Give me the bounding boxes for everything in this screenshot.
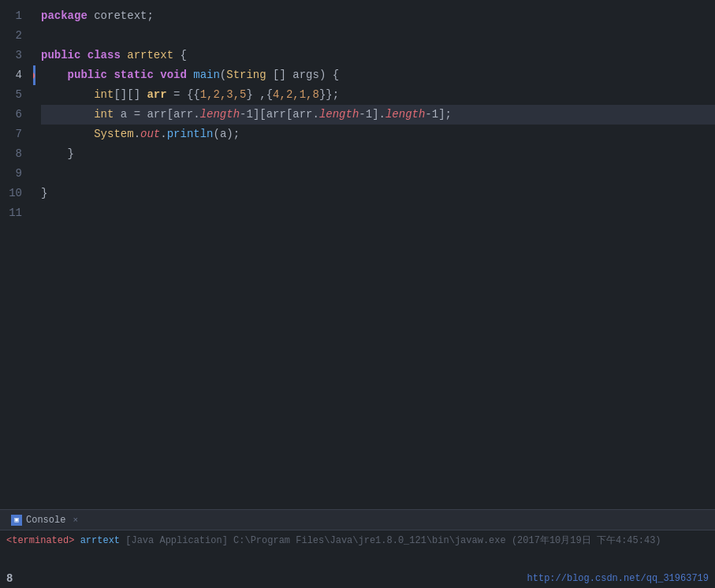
token: 4,2,1,8 — [273, 86, 319, 103]
code-line-9 — [41, 164, 715, 184]
token: arr — [147, 86, 166, 103]
editor-area: 1 2 3 4 5 6 7 8 9 10 11 package coretext… — [0, 0, 715, 509]
console-tab-icon: ▣ — [11, 515, 22, 526]
token: class — [88, 47, 127, 64]
terminated-appname: arrtext — [80, 535, 126, 546]
code-line-7: System.out.println(a); — [41, 125, 715, 144]
token: length — [200, 106, 240, 123]
token: = {{ — [167, 86, 200, 103]
token: println — [167, 125, 214, 143]
token: a = — [121, 106, 147, 123]
console-output: 8 http://blog.csdn.net/qq_31963719 — [6, 572, 709, 585]
token: 1,2,3,5 — [200, 86, 247, 103]
token — [41, 86, 94, 103]
line-num-11: 11 — [0, 203, 27, 223]
token: } — [41, 184, 47, 202]
console-area: ▣ Console × <terminated> arrtext [Java A… — [0, 509, 715, 588]
token: [][] — [114, 86, 147, 103]
token: -1]; — [425, 106, 452, 123]
token: length — [385, 106, 425, 123]
token: public — [68, 66, 114, 84]
token: . — [160, 125, 166, 143]
token: System — [94, 125, 133, 143]
token: String — [226, 66, 273, 84]
terminated-tag: <terminated> — [6, 535, 74, 546]
line-num-1: 1 — [0, 6, 27, 26]
token: int — [94, 86, 114, 103]
line-num-5: 5 — [0, 85, 27, 105]
console-close-button[interactable]: × — [73, 515, 78, 525]
console-tabs: ▣ Console × — [0, 510, 715, 530]
token: } — [41, 145, 74, 162]
line-num-3: 3 — [0, 46, 27, 65]
code-line-8: } — [41, 144, 715, 164]
token: { — [180, 47, 186, 64]
token: arrtext — [127, 47, 180, 64]
console-url: http://blog.csdn.net/qq_31963719 — [20, 573, 709, 584]
code-line-10: } — [41, 184, 715, 203]
token — [41, 66, 68, 84]
code-line-5: int[][] arr = {{1,2,3,5} ,{4,2,1,8}}; — [41, 85, 715, 105]
token — [41, 125, 94, 143]
token: public — [41, 47, 88, 64]
token: (a); — [213, 125, 240, 143]
token: arr[arr. — [147, 106, 199, 123]
token: package — [41, 7, 94, 24]
line-num-9: 9 — [0, 164, 27, 184]
code-line-1: package coretext; — [41, 6, 715, 26]
token: . — [134, 125, 140, 143]
line-num-8: 8 — [0, 144, 27, 164]
token: main — [193, 66, 220, 84]
code-area[interactable]: package coretext; public class arrtext {… — [33, 0, 715, 509]
code-line-2 — [41, 26, 715, 46]
code-line-3: public class arrtext { — [41, 46, 715, 65]
token: -1][arr[arr. — [240, 106, 319, 123]
console-tab[interactable]: ▣ Console × — [5, 513, 84, 527]
token: int — [94, 106, 121, 123]
token: void — [160, 66, 193, 84]
token: ( — [220, 66, 226, 84]
line-numbers: 1 2 3 4 5 6 7 8 9 10 11 — [0, 0, 33, 509]
token: } ,{ — [247, 86, 274, 103]
token: [] args) { — [273, 66, 339, 84]
line-num-4: 4 — [0, 65, 27, 85]
token: }}; — [319, 86, 339, 103]
token — [41, 106, 94, 123]
code-line-6: int a = arr[arr.length-1][arr[arr.length… — [41, 105, 715, 125]
line-num-6: 6 — [0, 105, 27, 125]
line-num-2: 2 — [0, 26, 27, 46]
console-output-value: 8 — [6, 572, 13, 585]
token: static — [114, 66, 160, 84]
line-num-7: 7 — [0, 125, 27, 144]
token: coretext; — [94, 7, 154, 24]
console-tab-label: Console — [26, 515, 65, 526]
token: length — [319, 106, 359, 123]
code-line-11 — [41, 203, 715, 223]
token: out — [140, 125, 160, 143]
token: -1]. — [359, 106, 385, 123]
console-terminated-text: <terminated> arrtext [Java Application] … — [6, 534, 709, 547]
console-content: <terminated> arrtext [Java Application] … — [0, 530, 715, 588]
line-num-10: 10 — [0, 184, 27, 203]
terminated-details: [Java Application] C:\Program Files\Java… — [125, 535, 661, 546]
code-line-4: public static void main(String [] args) … — [41, 65, 715, 85]
